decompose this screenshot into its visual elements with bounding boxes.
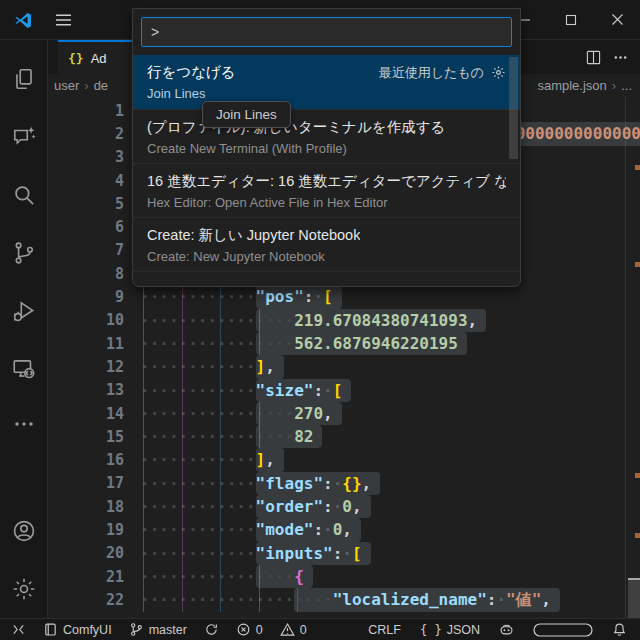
git-branch-item[interactable]: master <box>124 619 192 640</box>
copilot-chat-icon[interactable] <box>0 108 48 166</box>
code-line[interactable]: 16············], <box>48 448 640 471</box>
join-lines-tooltip: Join Lines <box>202 101 291 128</box>
code-token: "size" <box>256 381 314 400</box>
code-line[interactable]: 12············], <box>48 355 640 378</box>
code-token: , <box>541 590 551 609</box>
code-line[interactable]: 13············"size":·[ <box>48 379 640 402</box>
split-editor-icon[interactable] <box>586 50 601 65</box>
code-line[interactable]: 21················{ <box>48 565 640 588</box>
line-number: 4 <box>48 172 140 190</box>
code-token: 0 <box>333 520 343 539</box>
code-token: "flags" <box>256 474 323 493</box>
line-number: 12 <box>48 358 140 376</box>
line-number: 13 <box>48 381 140 399</box>
code-token: 0 <box>342 497 352 516</box>
editor-more-actions-icon[interactable] <box>613 50 628 65</box>
copilot-status-pill[interactable] <box>528 619 598 640</box>
vscode-logo-icon <box>0 10 46 30</box>
whitespace-dots: ············ <box>140 565 256 588</box>
breadcrumb-file[interactable]: sample.json <box>537 78 606 93</box>
whitespace-dots: ············ <box>140 332 256 355</box>
code-line[interactable]: 20············"inputs":·[ <box>48 542 640 565</box>
selection-highlight: "pos":·[ <box>256 285 342 308</box>
code-token: , <box>352 497 362 516</box>
code-line[interactable]: 14················270, <box>48 402 640 425</box>
breadcrumb-folder[interactable]: de <box>94 78 108 93</box>
eol-item[interactable]: CRLF <box>363 619 406 640</box>
run-debug-icon[interactable] <box>0 282 48 340</box>
breadcrumb-folder[interactable]: user <box>54 78 79 93</box>
code-line[interactable]: 10················219.67084380741093, <box>48 309 640 332</box>
window-maximize-button[interactable] <box>548 0 594 40</box>
vertical-scrollbar-thumb[interactable] <box>628 578 640 618</box>
code-line[interactable]: 11················562.6876946220195 <box>48 332 640 355</box>
remote-icon <box>11 622 26 637</box>
command-palette: 行をつなげる最近使用したものJoin Lines(プロファイル): 新しいターミ… <box>132 8 521 287</box>
code-token: 82 <box>294 427 313 446</box>
notifications-item[interactable] <box>607 619 632 640</box>
selection-highlight: "mode":·0, <box>256 518 361 541</box>
whitespace-dots: ············ <box>140 285 256 308</box>
search-icon[interactable] <box>0 166 48 224</box>
palette-item[interactable]: 16 進数エディター: 16 進数エディターでアクティブ なフ...Hex Ed… <box>133 163 520 217</box>
whitespace-dots: ················ <box>140 588 294 611</box>
command-palette-input[interactable] <box>141 17 512 47</box>
settings-gear-icon[interactable] <box>0 560 48 618</box>
copilot-item[interactable] <box>494 619 519 640</box>
copilot-icon <box>499 622 514 637</box>
breadcrumb-chevron-icon: › <box>612 78 616 93</box>
selection-highlight: ····"localized_name":·"値", <box>294 588 560 611</box>
selection-highlight: ], <box>256 355 284 378</box>
code-token: : <box>323 474 333 493</box>
menu-hamburger-icon[interactable] <box>46 13 80 27</box>
more-views-icon[interactable] <box>0 398 48 450</box>
code-token: , <box>342 520 352 539</box>
errors-item[interactable]: 0 <box>231 619 268 640</box>
status-label: master <box>149 623 187 637</box>
window-close-button[interactable] <box>594 0 640 40</box>
code-line[interactable]: 18············"order":·0, <box>48 495 640 518</box>
error-icon <box>236 622 251 637</box>
palette-item[interactable]: 表示: 上書き/挿入 モードの切り替えInsert <box>133 271 520 286</box>
overview-mark <box>635 262 640 267</box>
palette-item[interactable]: 行をつなげる最近使用したものJoin Lines <box>133 55 520 109</box>
palette-item-title: 行をつなげる <box>147 61 236 84</box>
code-token: 270 <box>294 404 323 423</box>
language-item[interactable]: { }JSON <box>415 619 485 640</box>
code-line[interactable]: 22····················"localized_name":·… <box>48 588 640 611</box>
code-line[interactable]: 9············"pos":·[ <box>48 285 640 308</box>
whitespace-dots: ···· <box>256 334 295 353</box>
palette-item-subtitle: Join Lines <box>147 84 506 103</box>
source-control-icon[interactable] <box>0 224 48 282</box>
palette-item[interactable]: Create: 新しい Jupyter NotebookCreate: New … <box>133 217 520 271</box>
whitespace-dots: ···· <box>294 590 333 609</box>
line-number: 7 <box>48 241 140 259</box>
selection-highlight: ····562.6876946220195 <box>256 332 467 355</box>
code-token: : <box>313 520 323 539</box>
code-token: "order" <box>256 497 323 516</box>
whitespace-dots: ············ <box>140 448 256 471</box>
code-line[interactable]: 19············"mode":·0, <box>48 518 640 541</box>
warning-icon <box>280 622 295 637</box>
configure-keybinding-gear-icon[interactable] <box>491 65 506 80</box>
code-token: {} <box>342 474 361 493</box>
code-line[interactable]: 15················82 <box>48 425 640 448</box>
workspace-item[interactable]: ComfyUI <box>38 619 117 640</box>
remote-explorer-icon[interactable] <box>0 340 48 398</box>
palette-item[interactable]: (プロファイル): 新しいターミナルを作成するCreate New Termin… <box>133 109 520 163</box>
sync-item[interactable] <box>199 619 224 640</box>
warnings-item[interactable]: 0 <box>275 619 312 640</box>
whitespace-dots: ············ <box>140 542 256 565</box>
explorer-icon[interactable] <box>0 50 48 108</box>
remote-indicator[interactable] <box>6 619 31 640</box>
breadcrumb-symbol[interactable]: ... <box>621 78 632 93</box>
palette-item-title: (プロファイル): 新しいターミナルを作成する <box>147 116 445 139</box>
editor-ruler <box>625 97 626 618</box>
palette-scrollbar-thumb[interactable] <box>509 57 518 159</box>
selection-highlight: ····{ <box>256 565 313 588</box>
pill-icon <box>533 622 593 638</box>
json-file-icon: {} <box>68 51 84 66</box>
line-number: 16 <box>48 451 140 469</box>
code-line[interactable]: 17············"flags":·{}, <box>48 472 640 495</box>
accounts-icon[interactable] <box>0 502 48 560</box>
